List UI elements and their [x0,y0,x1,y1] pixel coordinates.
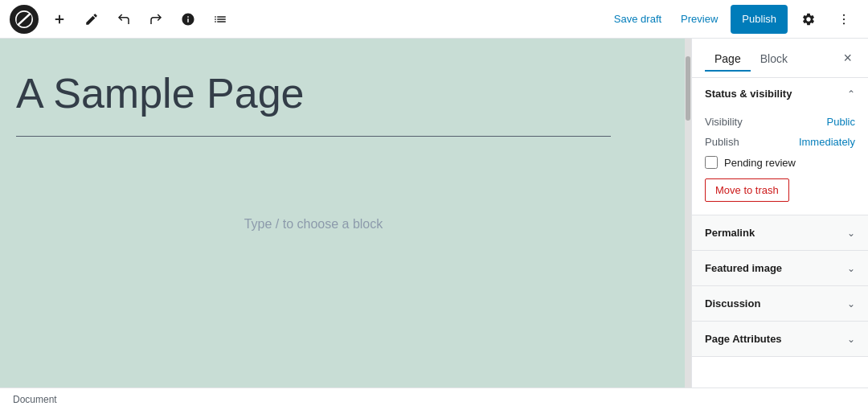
permalink-chevron-icon: ⌄ [847,228,855,239]
wordpress-icon [15,10,33,28]
toolbar-left [10,5,604,34]
page-attributes-chevron-icon: ⌄ [847,334,855,345]
status-visibility-content: Visibility Public Publish Immediately Pe… [692,109,868,215]
page-attributes-header[interactable]: Page Attributes ⌄ [692,322,868,357]
status-visibility-section: Status & visibility ⌃ Visibility Public … [692,78,868,215]
settings-button[interactable] [794,5,823,34]
status-visibility-title: Status & visibility [705,88,792,100]
sidebar-header: Page Block × [692,39,868,78]
bottom-bar: Document [0,387,868,410]
discussion-chevron-icon: ⌄ [847,298,855,310]
list-view-button[interactable] [206,5,235,34]
status-chevron-up-icon: ⌃ [847,88,855,100]
pending-review-row: Pending review [705,156,855,169]
status-visibility-header[interactable]: Status & visibility ⌃ [692,78,868,109]
tab-page[interactable]: Page [705,46,751,72]
wp-logo[interactable] [10,5,39,34]
featured-image-header[interactable]: Featured image ⌄ [692,251,868,286]
move-to-trash-button[interactable]: Move to trash [705,178,789,202]
preview-button[interactable]: Preview [674,8,724,30]
svg-point-2 [843,14,845,15]
more-options-button[interactable] [829,5,858,34]
sidebar-tabs: Page Block [705,45,797,71]
sidebar-close-button[interactable]: × [840,47,855,68]
add-block-button[interactable] [45,5,74,34]
tools-button[interactable] [77,5,106,34]
info-button[interactable] [174,5,203,34]
page-attributes-title: Page Attributes [705,333,782,345]
svg-point-4 [843,23,845,24]
ellipsis-icon [837,12,851,27]
redo-button[interactable] [141,5,170,34]
permalink-title: Permalink [705,227,755,239]
redo-icon [149,12,163,27]
visibility-value[interactable]: Public [827,116,855,128]
info-icon [181,12,195,27]
plus-icon [52,12,67,27]
scrollbar-thumb [686,56,690,121]
list-view-icon [213,12,227,27]
discussion-header[interactable]: Discussion ⌄ [692,286,868,322]
editor-canvas[interactable]: A Sample Page Type / to choose a block [0,39,691,387]
publish-label: Publish [705,136,739,148]
publish-value[interactable]: Immediately [799,136,855,148]
visibility-label: Visibility [705,116,743,128]
undo-button[interactable] [109,5,138,34]
tools-icon [84,12,99,27]
toolbar: Save draft Preview Publish [0,0,868,39]
main-area: A Sample Page Type / to choose a block P… [0,39,868,387]
discussion-title: Discussion [705,297,760,310]
page-content: A Sample Page Type / to choose a block [0,39,659,280]
pending-review-label[interactable]: Pending review [724,157,796,169]
visibility-row: Visibility Public [705,116,855,128]
block-placeholder[interactable]: Type / to choose a block [16,201,611,248]
save-draft-button[interactable]: Save draft [608,8,668,30]
publish-button[interactable]: Publish [731,5,788,34]
title-divider [16,136,611,137]
page-title[interactable]: A Sample Page [16,71,611,117]
publish-row: Publish Immediately [705,136,855,148]
tab-block[interactable]: Block [751,46,797,72]
featured-image-chevron-icon: ⌄ [847,263,855,274]
permalink-header[interactable]: Permalink ⌄ [692,215,868,251]
sidebar: Page Block × Status & visibility ⌃ Visib… [691,39,868,387]
toolbar-right: Save draft Preview Publish [608,5,858,34]
featured-image-title: Featured image [705,262,782,274]
gear-icon [801,12,816,27]
bottom-bar-label: Document [13,394,57,405]
svg-point-3 [843,18,845,19]
undo-icon [117,12,131,27]
pending-review-checkbox[interactable] [705,156,718,169]
editor-scrollbar[interactable] [685,39,691,387]
